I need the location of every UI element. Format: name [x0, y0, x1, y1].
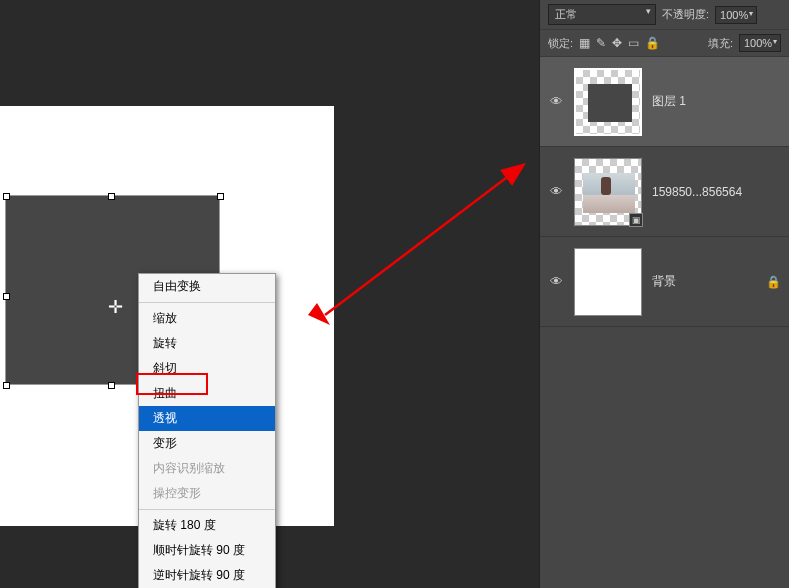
- blend-opacity-row: 正常 不透明度: 100%: [540, 0, 789, 30]
- visibility-toggle-icon[interactable]: 👁: [548, 274, 564, 289]
- menu-rotate-ccw-90[interactable]: 逆时针旋转 90 度: [139, 563, 275, 588]
- menu-puppet-warp: 操控变形: [139, 481, 275, 506]
- fill-label: 填充:: [708, 36, 733, 51]
- menu-scale[interactable]: 缩放: [139, 306, 275, 331]
- menu-content-aware-scale: 内容识别缩放: [139, 456, 275, 481]
- blend-mode-dropdown[interactable]: 正常: [548, 4, 656, 25]
- lock-pixels-icon[interactable]: ✎: [596, 36, 606, 50]
- transform-handle-ml[interactable]: [3, 293, 10, 300]
- lock-artboard-icon[interactable]: ▭: [628, 36, 639, 50]
- lock-icon: 🔒: [766, 275, 781, 289]
- lock-transparency-icon[interactable]: ▦: [579, 36, 590, 50]
- layer-name-label[interactable]: 159850...856564: [652, 185, 781, 199]
- layer-list: 👁 图层 1 👁 ▣ 159850...856564 👁 背景 🔒: [540, 57, 789, 327]
- transform-context-menu: 自由变换 缩放 旋转 斜切 扭曲 透视 变形 内容识别缩放 操控变形 旋转 18…: [138, 273, 276, 588]
- menu-free-transform[interactable]: 自由变换: [139, 274, 275, 299]
- menu-warp[interactable]: 变形: [139, 431, 275, 456]
- visibility-toggle-icon[interactable]: 👁: [548, 94, 564, 109]
- menu-rotate[interactable]: 旋转: [139, 331, 275, 356]
- transform-handle-bm[interactable]: [108, 382, 115, 389]
- opacity-label: 不透明度:: [662, 7, 709, 22]
- transform-handle-tm[interactable]: [108, 193, 115, 200]
- menu-rotate-180[interactable]: 旋转 180 度: [139, 513, 275, 538]
- menu-perspective[interactable]: 透视: [139, 406, 275, 431]
- menu-rotate-cw-90[interactable]: 顺时针旋转 90 度: [139, 538, 275, 563]
- lock-label: 锁定:: [548, 36, 573, 51]
- visibility-toggle-icon[interactable]: 👁: [548, 184, 564, 199]
- lock-position-icon[interactable]: ✥: [612, 36, 622, 50]
- layer-item[interactable]: 👁 ▣ 159850...856564: [540, 147, 789, 237]
- menu-skew[interactable]: 斜切: [139, 356, 275, 381]
- smart-object-badge-icon: ▣: [629, 213, 643, 227]
- transform-handle-tl[interactable]: [3, 193, 10, 200]
- layer-thumbnail[interactable]: [574, 248, 642, 316]
- opacity-field[interactable]: 100%: [715, 6, 757, 24]
- layer-name-label[interactable]: 背景: [652, 273, 756, 290]
- lock-all-icon[interactable]: 🔒: [645, 36, 660, 50]
- menu-separator: [139, 509, 275, 510]
- layer-item[interactable]: 👁 图层 1: [540, 57, 789, 147]
- transform-handle-bl[interactable]: [3, 382, 10, 389]
- fill-field[interactable]: 100%: [739, 34, 781, 52]
- lock-fill-row: 锁定: ▦ ✎ ✥ ▭ 🔒 填充: 100%: [540, 30, 789, 57]
- layer-thumbnail[interactable]: ▣: [574, 158, 642, 226]
- menu-separator: [139, 302, 275, 303]
- layer-item[interactable]: 👁 背景 🔒: [540, 237, 789, 327]
- layer-thumbnail[interactable]: [574, 68, 642, 136]
- layer-name-label[interactable]: 图层 1: [652, 93, 781, 110]
- lock-icons-group: ▦ ✎ ✥ ▭ 🔒: [579, 36, 660, 50]
- transform-handle-tr[interactable]: [217, 193, 224, 200]
- menu-distort[interactable]: 扭曲: [139, 381, 275, 406]
- layers-panel: 正常 不透明度: 100% 锁定: ▦ ✎ ✥ ▭ 🔒 填充: 100% 👁 图…: [539, 0, 789, 588]
